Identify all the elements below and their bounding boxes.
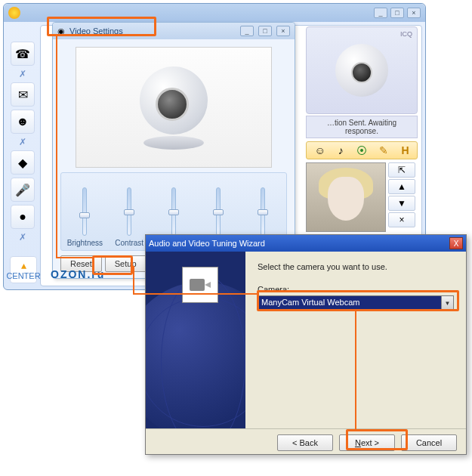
thumb-controls: ⇱ ▲ ▼ × xyxy=(388,162,415,232)
tool-webcam-person-icon: ✗ xyxy=(11,232,35,243)
wizard-sidebar xyxy=(146,252,245,428)
cancel-button[interactable]: Cancel xyxy=(401,434,457,451)
text-icon[interactable]: ✎ xyxy=(379,144,388,156)
tool-games-person-icon: ✗ xyxy=(11,137,35,147)
tool-webcam-icon[interactable]: ● xyxy=(11,205,35,229)
scroll-up-button[interactable]: ▲ xyxy=(388,179,415,194)
center-person-icon: ▴ xyxy=(21,259,26,271)
slider-brightness: Brightness xyxy=(66,187,103,247)
setup-button[interactable]: Setup xyxy=(105,255,147,272)
tool-notify-icon[interactable]: ◆ xyxy=(11,150,35,175)
slider-color-track[interactable] xyxy=(171,187,176,236)
globe-icon xyxy=(146,282,245,428)
camera-sidebar-icon xyxy=(182,267,218,303)
slider-backlight-track[interactable] xyxy=(261,187,265,236)
video-settings-title: Video Settings xyxy=(69,26,123,36)
wizard-close-button[interactable]: X xyxy=(449,237,463,249)
camera-icon xyxy=(335,44,388,97)
slider-contrast: Contrast xyxy=(110,187,148,247)
camera-combobox[interactable]: ManyCam Virtual Webcam ▼ xyxy=(258,295,454,311)
back-button[interactable]: < Back xyxy=(277,434,333,451)
slider-thumb[interactable] xyxy=(258,209,268,215)
minimize-button[interactable]: _ xyxy=(374,8,387,18)
center-button[interactable]: ▴ CENTER xyxy=(10,256,37,283)
camera-preview xyxy=(76,47,272,168)
center-label: CENTER xyxy=(6,271,40,280)
slider-thumb[interactable] xyxy=(168,209,179,215)
wizard-content: Select the camera you want to use. Camer… xyxy=(245,252,466,428)
maximize-button[interactable]: □ xyxy=(390,8,404,18)
ozon-logo[interactable]: OZON.ru xyxy=(51,265,105,283)
slider-sharpness-track[interactable] xyxy=(216,187,221,236)
camera-combobox-value: ManyCam Virtual Webcam xyxy=(258,296,441,310)
right-panel: ICQ …tion Sent. Awaiting response. ☺ ♪ ⦿… xyxy=(306,26,418,261)
slider-thumb[interactable] xyxy=(79,212,90,218)
shapes-icon[interactable]: ⦿ xyxy=(356,144,367,156)
icq-label: ICQ xyxy=(400,30,412,38)
chevron-down-icon[interactable]: ▼ xyxy=(441,296,453,310)
icon-toolbar: ☺ ♪ ⦿ ✎ H xyxy=(306,141,418,159)
slider-brightness-track[interactable] xyxy=(82,187,87,236)
icq-camera-preview: ICQ xyxy=(306,26,418,114)
tool-mic-icon[interactable]: 🎤 xyxy=(11,178,35,202)
tool-messages-icon[interactable]: ✉ xyxy=(11,82,35,107)
wizard-footer: < Back Next > Cancel xyxy=(146,428,466,456)
audio-icon[interactable]: ♪ xyxy=(338,144,344,156)
tool-games-icon[interactable]: ☻ xyxy=(11,110,35,134)
app-logo-icon xyxy=(8,7,20,19)
contact-photo[interactable] xyxy=(306,162,386,232)
video-settings-titlebar[interactable]: ◉ Video Settings _ □ × xyxy=(53,23,295,39)
tool-phone-icon[interactable]: ☎ xyxy=(11,42,35,66)
next-button[interactable]: Next > xyxy=(339,434,395,451)
history-icon[interactable]: H xyxy=(401,144,409,156)
app-titlebar[interactable]: _ □ × xyxy=(4,4,425,22)
camera-field-label: Camera: xyxy=(258,285,454,294)
expand-button[interactable]: ⇱ xyxy=(388,162,415,178)
wizard-title: Audio and Video Tuning Wizard xyxy=(149,239,265,248)
tuning-wizard-dialog: Audio and Video Tuning Wizard X Select t… xyxy=(145,234,467,455)
vs-minimize-button[interactable]: _ xyxy=(240,26,254,36)
left-toolbar: ☎ ✗ ✉ ☻ ✗ ◆ 🎤 ● ✗ xyxy=(8,42,37,252)
scroll-down-button[interactable]: ▼ xyxy=(388,196,415,211)
invitation-status: …tion Sent. Awaiting response. xyxy=(306,116,418,138)
vs-maximize-button[interactable]: □ xyxy=(258,26,272,36)
close-thumb-button[interactable]: × xyxy=(388,212,415,227)
slider-thumb[interactable] xyxy=(124,209,134,215)
tool-phone-person-icon: ✗ xyxy=(11,69,35,79)
close-button[interactable]: × xyxy=(407,8,421,18)
camera-illustration xyxy=(128,62,219,153)
slider-contrast-track[interactable] xyxy=(127,187,131,236)
slider-label: Brightness xyxy=(67,239,103,247)
smile-icon[interactable]: ☺ xyxy=(314,144,325,156)
wizard-titlebar[interactable]: Audio and Video Tuning Wizard X xyxy=(146,235,466,252)
webcam-icon: ◉ xyxy=(57,26,65,36)
wizard-instruction: Select the camera you want to use. xyxy=(258,262,454,271)
vs-close-button[interactable]: × xyxy=(276,26,290,36)
slider-label: Contrast xyxy=(115,239,143,247)
slider-thumb[interactable] xyxy=(213,209,224,215)
